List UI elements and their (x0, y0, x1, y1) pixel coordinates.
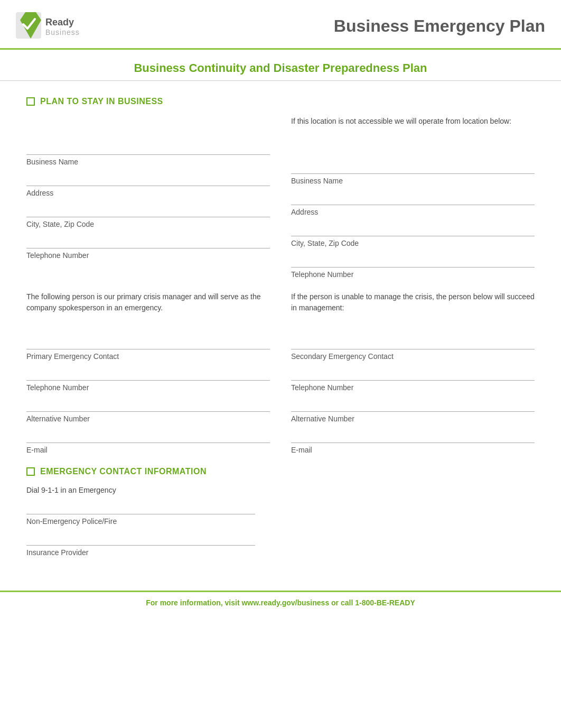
right-location-intro: If this location is not accessible we wi… (291, 116, 535, 153)
primary-contact-input[interactable] (26, 337, 270, 349)
footer-text: For more information, visit www.ready.go… (146, 598, 415, 607)
main-content: PLAN TO STAY IN BUSINESS Business Name A… (0, 81, 561, 575)
left-city-input[interactable] (26, 205, 270, 217)
plan-checkbox[interactable] (26, 97, 35, 106)
primary-contact-field: Primary Emergency Contact (26, 337, 270, 361)
right-telephone-label: Telephone Number (291, 270, 353, 279)
primary-alt-input[interactable] (26, 399, 270, 412)
left-telephone-input[interactable] (26, 236, 270, 248)
right-address-input[interactable] (291, 192, 535, 205)
left-city-field: City, State, Zip Code (26, 205, 270, 228)
left-address-label: Address (26, 189, 53, 197)
svg-text:Ready: Ready (45, 17, 74, 27)
right-business-name-label: Business Name (291, 177, 343, 185)
left-business-name-field: Business Name (26, 142, 270, 166)
secondary-contact-input[interactable] (291, 337, 535, 349)
primary-contact-label: Primary Emergency Contact (26, 352, 119, 361)
secondary-telephone-field: Telephone Number (291, 368, 535, 392)
non-emergency-field: Non-Emergency Police/Fire (26, 502, 535, 526)
emergency-section: EMERGENCY CONTACT INFORMATION Dial 9-1-1… (26, 467, 535, 557)
secondary-contact-field: Secondary Emergency Contact (291, 337, 535, 361)
primary-telephone-input[interactable] (26, 368, 270, 381)
secondary-telephone-label: Telephone Number (291, 383, 353, 392)
insurance-input[interactable] (26, 533, 255, 546)
secondary-email-label: E-mail (291, 446, 312, 454)
primary-alt-label: Alternative Number (26, 414, 90, 423)
logo-area: Ready Business (16, 10, 121, 43)
left-telephone-label: Telephone Number (26, 251, 89, 260)
primary-email-input[interactable] (26, 430, 270, 443)
secondary-alt-field: Alternative Number (291, 399, 535, 423)
page-footer: For more information, visit www.ready.go… (0, 591, 561, 613)
left-address-input[interactable] (26, 173, 270, 186)
secondary-telephone-input[interactable] (291, 368, 535, 381)
right-city-input[interactable] (291, 224, 535, 236)
page-subtitle: Business Continuity and Disaster Prepare… (0, 50, 561, 81)
non-emergency-label: Non-Emergency Police/Fire (26, 517, 117, 526)
primary-email-field: E-mail (26, 430, 270, 454)
right-telephone-input[interactable] (291, 255, 535, 268)
primary-email-label: E-mail (26, 446, 48, 454)
left-telephone-field: Telephone Number (26, 236, 270, 260)
col-right-location: If this location is not accessible we wi… (291, 116, 535, 286)
secondary-email-field: E-mail (291, 430, 535, 454)
left-crisis-intro: The following person is our primary cris… (26, 291, 270, 328)
col-left-location: Business Name Address City, State, Zip C… (26, 116, 270, 286)
right-business-name-field: Business Name (291, 161, 535, 185)
left-business-name-input[interactable] (26, 142, 270, 155)
non-emergency-input[interactable] (26, 502, 255, 514)
right-crisis-intro: If the person is unable to manage the cr… (291, 291, 535, 328)
insurance-label: Insurance Provider (26, 548, 89, 557)
col-right-crisis: If the person is unable to manage the cr… (291, 291, 535, 462)
primary-telephone-field: Telephone Number (26, 368, 270, 392)
left-city-label: City, State, Zip Code (26, 220, 94, 228)
right-telephone-field: Telephone Number (291, 255, 535, 279)
right-city-label: City, State, Zip Code (291, 239, 359, 247)
emergency-section-header: EMERGENCY CONTACT INFORMATION (26, 467, 535, 476)
right-city-field: City, State, Zip Code (291, 224, 535, 247)
page-header: Ready Business Business Emergency Plan (0, 0, 561, 50)
left-address-field: Address (26, 173, 270, 197)
svg-text:Business: Business (45, 28, 80, 36)
emergency-section-title: EMERGENCY CONTACT INFORMATION (40, 467, 207, 476)
dial-911-text: Dial 9-1-1 in an Emergency (26, 486, 535, 494)
primary-telephone-label: Telephone Number (26, 383, 89, 392)
location-fields-row: Business Name Address City, State, Zip C… (26, 116, 535, 286)
secondary-alt-label: Alternative Number (291, 414, 354, 423)
plan-section-title: PLAN TO STAY IN BUSINESS (40, 97, 163, 106)
secondary-contact-label: Secondary Emergency Contact (291, 352, 394, 361)
logo-image: Ready Business (16, 10, 111, 41)
insurance-field: Insurance Provider (26, 533, 535, 557)
secondary-alt-input[interactable] (291, 399, 535, 412)
plan-section-header: PLAN TO STAY IN BUSINESS (26, 97, 535, 106)
right-address-field: Address (291, 192, 535, 216)
primary-alt-field: Alternative Number (26, 399, 270, 423)
left-business-name-label: Business Name (26, 158, 78, 166)
emergency-checkbox[interactable] (26, 467, 35, 476)
right-business-name-input[interactable] (291, 161, 535, 174)
secondary-email-input[interactable] (291, 430, 535, 443)
right-address-label: Address (291, 208, 318, 216)
page-title: Business Emergency Plan (121, 16, 545, 36)
crisis-manager-row: The following person is our primary cris… (26, 291, 535, 462)
col-left-crisis: The following person is our primary cris… (26, 291, 270, 462)
